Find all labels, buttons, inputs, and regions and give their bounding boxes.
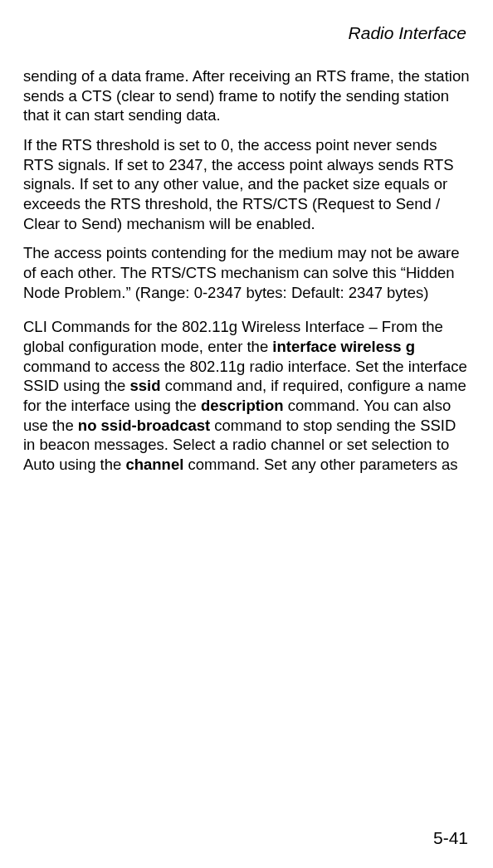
paragraph-1: sending of a data frame. After receiving… <box>23 66 470 125</box>
paragraph-2: If the RTS threshold is set to 0, the ac… <box>23 135 470 233</box>
paragraph-3: The access points contending for the med… <box>23 243 470 302</box>
page-header: Radio Interface <box>23 23 470 43</box>
para4-seg6: command. Set any other parameters as <box>183 456 457 473</box>
cmd-ssid: ssid <box>130 377 161 394</box>
cmd-no-ssid-broadcast: no ssid-broadcast <box>78 417 210 434</box>
page-number: 5-41 <box>433 828 468 848</box>
paragraph-4: CLI Commands for the 802.11g Wireless In… <box>23 317 470 474</box>
cmd-channel: channel <box>125 456 183 473</box>
cmd-interface-wireless-g: interface wireless g <box>272 338 415 355</box>
cmd-description: description <box>201 397 284 414</box>
